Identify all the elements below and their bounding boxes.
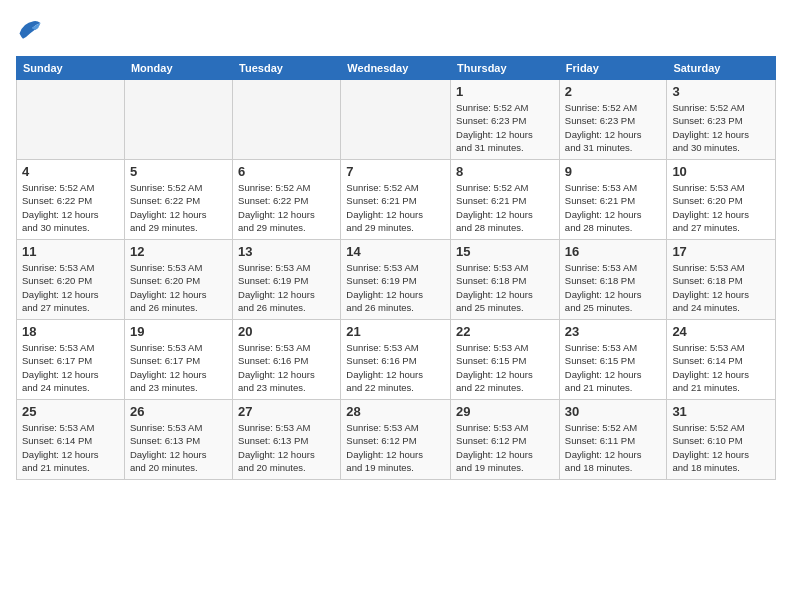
day-number: 4 (22, 164, 119, 179)
day-info: Sunrise: 5:53 AMSunset: 6:13 PMDaylight:… (238, 421, 335, 474)
calendar-week-row: 11Sunrise: 5:53 AMSunset: 6:20 PMDayligh… (17, 240, 776, 320)
day-number: 26 (130, 404, 227, 419)
logo-bird-icon (16, 16, 44, 44)
day-number: 14 (346, 244, 445, 259)
calendar-day-cell: 3Sunrise: 5:52 AMSunset: 6:23 PMDaylight… (667, 80, 776, 160)
day-info: Sunrise: 5:53 AMSunset: 6:14 PMDaylight:… (22, 421, 119, 474)
day-info: Sunrise: 5:53 AMSunset: 6:14 PMDaylight:… (672, 341, 770, 394)
calendar-day-cell (233, 80, 341, 160)
calendar-day-header: Monday (124, 57, 232, 80)
day-info: Sunrise: 5:53 AMSunset: 6:15 PMDaylight:… (456, 341, 554, 394)
day-number: 30 (565, 404, 662, 419)
calendar-day-cell: 14Sunrise: 5:53 AMSunset: 6:19 PMDayligh… (341, 240, 451, 320)
day-number: 31 (672, 404, 770, 419)
calendar-day-cell: 13Sunrise: 5:53 AMSunset: 6:19 PMDayligh… (233, 240, 341, 320)
day-info: Sunrise: 5:53 AMSunset: 6:18 PMDaylight:… (456, 261, 554, 314)
day-info: Sunrise: 5:52 AMSunset: 6:22 PMDaylight:… (22, 181, 119, 234)
calendar-day-cell (124, 80, 232, 160)
calendar-day-cell: 9Sunrise: 5:53 AMSunset: 6:21 PMDaylight… (559, 160, 667, 240)
day-number: 18 (22, 324, 119, 339)
day-number: 17 (672, 244, 770, 259)
day-number: 1 (456, 84, 554, 99)
day-info: Sunrise: 5:52 AMSunset: 6:21 PMDaylight:… (456, 181, 554, 234)
calendar-day-cell: 29Sunrise: 5:53 AMSunset: 6:12 PMDayligh… (451, 400, 560, 480)
day-number: 27 (238, 404, 335, 419)
calendar-table: SundayMondayTuesdayWednesdayThursdayFrid… (16, 56, 776, 480)
day-info: Sunrise: 5:53 AMSunset: 6:20 PMDaylight:… (130, 261, 227, 314)
day-info: Sunrise: 5:53 AMSunset: 6:20 PMDaylight:… (22, 261, 119, 314)
page-header (16, 16, 776, 44)
day-info: Sunrise: 5:53 AMSunset: 6:12 PMDaylight:… (346, 421, 445, 474)
day-info: Sunrise: 5:53 AMSunset: 6:19 PMDaylight:… (238, 261, 335, 314)
day-number: 11 (22, 244, 119, 259)
day-number: 7 (346, 164, 445, 179)
day-number: 2 (565, 84, 662, 99)
calendar-day-header: Sunday (17, 57, 125, 80)
calendar-day-cell: 23Sunrise: 5:53 AMSunset: 6:15 PMDayligh… (559, 320, 667, 400)
calendar-day-cell (341, 80, 451, 160)
day-number: 28 (346, 404, 445, 419)
day-number: 10 (672, 164, 770, 179)
calendar-day-cell: 4Sunrise: 5:52 AMSunset: 6:22 PMDaylight… (17, 160, 125, 240)
calendar-day-cell: 5Sunrise: 5:52 AMSunset: 6:22 PMDaylight… (124, 160, 232, 240)
day-info: Sunrise: 5:53 AMSunset: 6:21 PMDaylight:… (565, 181, 662, 234)
day-number: 19 (130, 324, 227, 339)
day-number: 12 (130, 244, 227, 259)
calendar-week-row: 18Sunrise: 5:53 AMSunset: 6:17 PMDayligh… (17, 320, 776, 400)
calendar-day-header: Tuesday (233, 57, 341, 80)
calendar-week-row: 25Sunrise: 5:53 AMSunset: 6:14 PMDayligh… (17, 400, 776, 480)
calendar-day-cell: 2Sunrise: 5:52 AMSunset: 6:23 PMDaylight… (559, 80, 667, 160)
day-number: 15 (456, 244, 554, 259)
day-number: 16 (565, 244, 662, 259)
day-info: Sunrise: 5:52 AMSunset: 6:11 PMDaylight:… (565, 421, 662, 474)
calendar-day-cell: 12Sunrise: 5:53 AMSunset: 6:20 PMDayligh… (124, 240, 232, 320)
calendar-day-cell: 18Sunrise: 5:53 AMSunset: 6:17 PMDayligh… (17, 320, 125, 400)
day-info: Sunrise: 5:53 AMSunset: 6:17 PMDaylight:… (22, 341, 119, 394)
calendar-day-header: Saturday (667, 57, 776, 80)
day-number: 29 (456, 404, 554, 419)
day-info: Sunrise: 5:53 AMSunset: 6:20 PMDaylight:… (672, 181, 770, 234)
day-info: Sunrise: 5:53 AMSunset: 6:15 PMDaylight:… (565, 341, 662, 394)
calendar-day-cell: 27Sunrise: 5:53 AMSunset: 6:13 PMDayligh… (233, 400, 341, 480)
calendar-day-cell: 31Sunrise: 5:52 AMSunset: 6:10 PMDayligh… (667, 400, 776, 480)
day-number: 9 (565, 164, 662, 179)
day-number: 3 (672, 84, 770, 99)
day-info: Sunrise: 5:53 AMSunset: 6:12 PMDaylight:… (456, 421, 554, 474)
day-info: Sunrise: 5:53 AMSunset: 6:16 PMDaylight:… (238, 341, 335, 394)
calendar-header-row: SundayMondayTuesdayWednesdayThursdayFrid… (17, 57, 776, 80)
day-info: Sunrise: 5:52 AMSunset: 6:23 PMDaylight:… (672, 101, 770, 154)
day-number: 13 (238, 244, 335, 259)
day-info: Sunrise: 5:52 AMSunset: 6:21 PMDaylight:… (346, 181, 445, 234)
calendar-day-cell: 28Sunrise: 5:53 AMSunset: 6:12 PMDayligh… (341, 400, 451, 480)
calendar-day-cell: 24Sunrise: 5:53 AMSunset: 6:14 PMDayligh… (667, 320, 776, 400)
calendar-day-cell: 15Sunrise: 5:53 AMSunset: 6:18 PMDayligh… (451, 240, 560, 320)
calendar-day-cell: 21Sunrise: 5:53 AMSunset: 6:16 PMDayligh… (341, 320, 451, 400)
day-number: 24 (672, 324, 770, 339)
day-number: 20 (238, 324, 335, 339)
calendar-week-row: 1Sunrise: 5:52 AMSunset: 6:23 PMDaylight… (17, 80, 776, 160)
calendar-day-cell: 8Sunrise: 5:52 AMSunset: 6:21 PMDaylight… (451, 160, 560, 240)
day-info: Sunrise: 5:53 AMSunset: 6:19 PMDaylight:… (346, 261, 445, 314)
calendar-day-header: Friday (559, 57, 667, 80)
day-number: 25 (22, 404, 119, 419)
day-info: Sunrise: 5:52 AMSunset: 6:23 PMDaylight:… (456, 101, 554, 154)
day-number: 23 (565, 324, 662, 339)
calendar-week-row: 4Sunrise: 5:52 AMSunset: 6:22 PMDaylight… (17, 160, 776, 240)
day-info: Sunrise: 5:52 AMSunset: 6:22 PMDaylight:… (130, 181, 227, 234)
day-info: Sunrise: 5:53 AMSunset: 6:17 PMDaylight:… (130, 341, 227, 394)
logo (16, 16, 48, 44)
calendar-day-cell: 7Sunrise: 5:52 AMSunset: 6:21 PMDaylight… (341, 160, 451, 240)
calendar-day-cell: 22Sunrise: 5:53 AMSunset: 6:15 PMDayligh… (451, 320, 560, 400)
day-number: 21 (346, 324, 445, 339)
day-info: Sunrise: 5:52 AMSunset: 6:23 PMDaylight:… (565, 101, 662, 154)
day-info: Sunrise: 5:53 AMSunset: 6:18 PMDaylight:… (565, 261, 662, 314)
calendar-day-cell (17, 80, 125, 160)
day-number: 6 (238, 164, 335, 179)
calendar-day-cell: 1Sunrise: 5:52 AMSunset: 6:23 PMDaylight… (451, 80, 560, 160)
calendar-day-cell: 17Sunrise: 5:53 AMSunset: 6:18 PMDayligh… (667, 240, 776, 320)
calendar-day-cell: 6Sunrise: 5:52 AMSunset: 6:22 PMDaylight… (233, 160, 341, 240)
day-info: Sunrise: 5:52 AMSunset: 6:10 PMDaylight:… (672, 421, 770, 474)
day-info: Sunrise: 5:53 AMSunset: 6:18 PMDaylight:… (672, 261, 770, 314)
day-info: Sunrise: 5:53 AMSunset: 6:16 PMDaylight:… (346, 341, 445, 394)
calendar-day-cell: 10Sunrise: 5:53 AMSunset: 6:20 PMDayligh… (667, 160, 776, 240)
